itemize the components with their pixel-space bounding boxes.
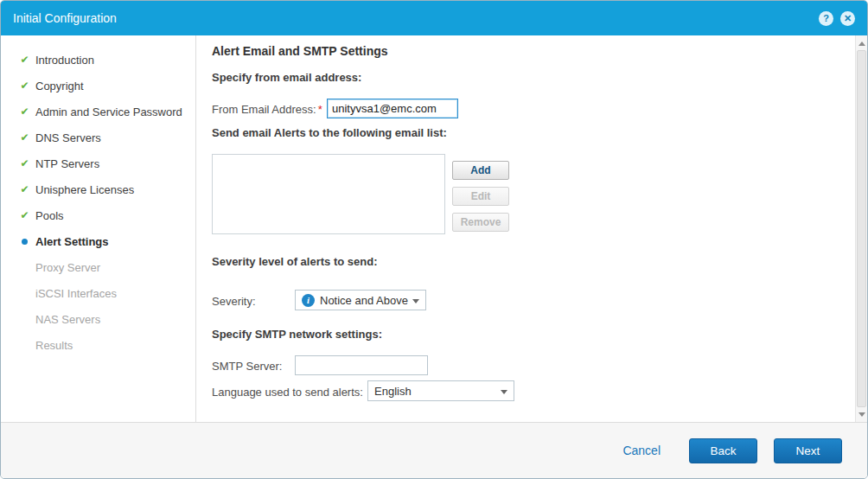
step-label: NTP Servers	[35, 157, 99, 170]
sidebar-item-alert-settings[interactable]: Alert Settings	[1, 228, 195, 254]
close-icon[interactable]: ✕	[840, 11, 855, 26]
step-label: Copyright	[35, 80, 84, 93]
wizard-steps-sidebar: ✔ Introduction ✔ Copyright ✔ Admin and S…	[1, 35, 196, 422]
step-label: Unisphere Licenses	[35, 183, 134, 196]
language-dropdown-value: English	[374, 385, 412, 398]
titlebar: Initial Configuration ? ✕	[1, 1, 867, 35]
sidebar-item-unisphere-licenses[interactable]: ✔ Unisphere Licenses	[1, 176, 195, 202]
severity-dropdown-value: Notice and Above	[320, 294, 408, 307]
sidebar-item-iscsi-interfaces[interactable]: iSCSI Interfaces	[1, 280, 195, 306]
sidebar-item-dns-servers[interactable]: ✔ DNS Servers	[1, 125, 195, 150]
step-label: DNS Servers	[35, 131, 101, 144]
step-label: Introduction	[35, 54, 94, 67]
dialog-footer: Cancel Back Next	[1, 422, 867, 478]
smtp-server-label: SMTP Server:	[212, 360, 282, 373]
step-label: Results	[35, 339, 73, 352]
next-button[interactable]: Next	[774, 438, 842, 463]
language-label: Language used to send alerts:	[212, 386, 363, 399]
step-label: Alert Settings	[35, 235, 109, 248]
cancel-link[interactable]: Cancel	[622, 444, 661, 457]
chevron-down-icon	[412, 299, 419, 303]
vertical-scrollbar[interactable]	[855, 35, 867, 422]
sidebar-item-pools[interactable]: ✔ Pools	[1, 202, 195, 228]
dialog-body: ✔ Introduction ✔ Copyright ✔ Admin and S…	[1, 35, 867, 422]
check-icon: ✔	[18, 54, 31, 66]
check-icon: ✔	[18, 209, 31, 221]
chevron-down-icon	[501, 390, 507, 394]
edit-button[interactable]: Edit	[452, 187, 509, 206]
sidebar-item-ntp-servers[interactable]: ✔ NTP Servers	[1, 150, 195, 176]
scroll-up-icon[interactable]	[856, 37, 867, 49]
info-icon: i	[302, 294, 315, 307]
current-step-dot-icon	[18, 239, 31, 245]
severity-section-title: Severity level of alerts to send:	[212, 255, 377, 268]
check-icon: ✔	[18, 157, 31, 169]
remove-button[interactable]: Remove	[452, 213, 509, 232]
email-list-section-title: Send email Alerts to the following email…	[212, 126, 447, 139]
check-icon: ✔	[18, 183, 31, 195]
add-button[interactable]: Add	[452, 161, 509, 180]
check-icon: ✔	[18, 131, 31, 144]
severity-label: Severity:	[212, 295, 256, 308]
step-label: Proxy Server	[35, 261, 100, 274]
email-recipients-listbox[interactable]	[212, 154, 445, 234]
smtp-server-input[interactable]	[295, 355, 428, 375]
severity-dropdown[interactable]: i Notice and Above	[295, 290, 426, 310]
from-email-input[interactable]	[327, 99, 458, 118]
sidebar-item-introduction[interactable]: ✔ Introduction	[1, 47, 195, 73]
content-panel: Alert Email and SMTP Settings Specify fr…	[196, 35, 867, 422]
step-label: NAS Servers	[35, 313, 100, 326]
smtp-section-title: Specify SMTP network settings:	[212, 328, 382, 341]
check-icon: ✔	[18, 105, 31, 118]
scroll-down-icon[interactable]	[856, 408, 867, 420]
initial-configuration-dialog: Initial Configuration ? ✕ ✔ Introduction…	[0, 0, 868, 479]
language-dropdown[interactable]: English	[367, 380, 514, 401]
scrollbar-thumb[interactable]	[857, 50, 866, 407]
dialog-title: Initial Configuration	[13, 11, 117, 25]
step-label: Admin and Service Password	[35, 105, 182, 118]
step-label: iSCSI Interfaces	[35, 287, 117, 300]
from-email-section-title: Specify from email address:	[212, 71, 361, 84]
from-email-label: From Email Address:*	[212, 103, 322, 116]
sidebar-item-copyright[interactable]: ✔ Copyright	[1, 73, 195, 99]
required-asterisk: *	[318, 103, 322, 116]
sidebar-item-admin-service-password[interactable]: ✔ Admin and Service Password	[1, 99, 195, 125]
check-icon: ✔	[18, 80, 31, 92]
titlebar-icons: ? ✕	[819, 11, 855, 26]
sidebar-item-results[interactable]: Results	[1, 332, 195, 358]
sidebar-item-nas-servers[interactable]: NAS Servers	[1, 306, 195, 332]
sidebar-item-proxy-server[interactable]: Proxy Server	[1, 254, 195, 280]
page-title: Alert Email and SMTP Settings	[212, 44, 388, 58]
help-icon[interactable]: ?	[819, 11, 833, 26]
step-label: Pools	[35, 209, 64, 222]
back-button[interactable]: Back	[689, 438, 757, 463]
